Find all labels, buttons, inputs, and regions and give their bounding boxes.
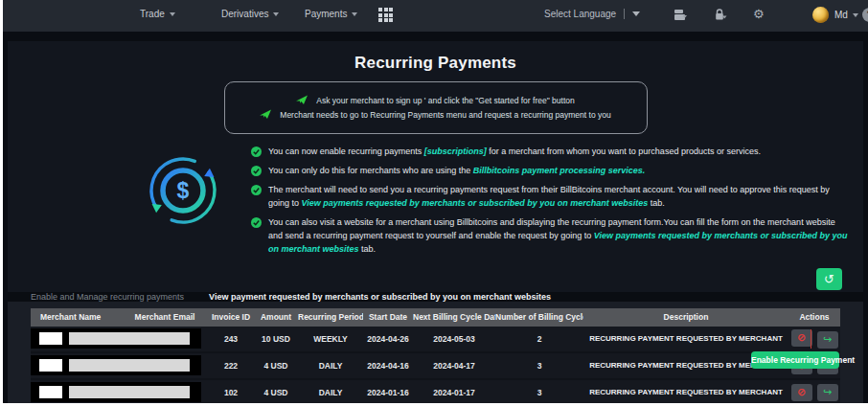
redaction-block bbox=[31, 355, 201, 375]
lock-icon[interactable] bbox=[714, 8, 727, 22]
period-cell: DAILY bbox=[298, 361, 363, 371]
signup-info-box: Ask your merchant to sign up ' and click… bbox=[224, 81, 648, 134]
bullet-item: You can now enable recurring payments [s… bbox=[251, 146, 852, 159]
bullet-item: The merchant will need to send you a rec… bbox=[251, 184, 852, 211]
content-section: $ You can now enable recurring payments … bbox=[8, 146, 863, 262]
paper-plane-icon bbox=[260, 109, 272, 120]
table-header-row: Merchant Name Merchant Email Invoice ID … bbox=[31, 308, 840, 327]
payment-services-link[interactable]: Billbitcoins payment processing services… bbox=[473, 166, 646, 175]
apps-grid-icon[interactable] bbox=[378, 8, 393, 22]
check-circle-icon bbox=[251, 166, 262, 176]
bullet-item: You can also visit a website for a merch… bbox=[251, 216, 852, 257]
chevron-down-icon bbox=[352, 12, 357, 16]
actions-cell: ⊘ ↪ bbox=[788, 384, 840, 401]
signup-step: Ask your merchant to sign up ' and click… bbox=[235, 95, 637, 105]
nav-item-payments[interactable]: Payments bbox=[305, 9, 357, 19]
start-date-cell: 2024-01-16 bbox=[363, 388, 413, 397]
check-circle-icon bbox=[251, 147, 262, 157]
amount-cell: 10 USD bbox=[254, 334, 298, 344]
bullet-text: tab. bbox=[648, 198, 665, 208]
tab-enable-manage[interactable]: Enable and Manage recurring payments bbox=[31, 292, 184, 302]
header-actions: Actions bbox=[788, 312, 840, 322]
top-navbar: Trade Derivatives Payments Select Langua… bbox=[3, 0, 868, 32]
nav-item-derivatives-label: Derivatives bbox=[221, 9, 268, 19]
subscriptions-link[interactable]: [subscriptions] bbox=[424, 147, 487, 156]
next-billing-cell: 2024-05-03 bbox=[413, 334, 495, 344]
period-cell: WEEKLY bbox=[298, 334, 363, 344]
next-billing-cell: 2024-01-17 bbox=[413, 388, 495, 397]
help-icon[interactable]: ? bbox=[862, 8, 868, 22]
invoice-id-cell: 222 bbox=[208, 361, 254, 371]
redaction-block bbox=[31, 328, 201, 349]
language-selector[interactable]: Select Language bbox=[544, 9, 640, 19]
header-invoice-id: Invoice ID bbox=[208, 312, 254, 322]
nav-item-trade-label: Trade bbox=[140, 9, 165, 19]
header-merchant-name: Merchant Name bbox=[31, 312, 122, 322]
paper-plane-icon bbox=[296, 95, 308, 105]
bullet-text: for a merchant from whom you want to pur… bbox=[487, 147, 761, 156]
merchant-redacted-cell bbox=[31, 355, 208, 375]
chevron-down-icon bbox=[273, 12, 279, 16]
header-description: Description bbox=[583, 312, 788, 322]
check-circle-icon bbox=[251, 185, 262, 195]
amount-cell: 4 USD bbox=[254, 361, 298, 371]
dollar-glyph: $ bbox=[177, 178, 190, 203]
header-next-billing: Next Billing Cycle Date bbox=[413, 312, 495, 322]
cycles-cell: 3 bbox=[495, 361, 583, 371]
reject-payment-button[interactable]: ⊘ bbox=[791, 329, 812, 347]
start-date-cell: 2024-04-26 bbox=[363, 334, 413, 344]
header-start-date: Start Date bbox=[363, 312, 413, 322]
page-title: Recurring Payments bbox=[8, 54, 863, 73]
forward-arrow-icon: ↪ bbox=[823, 386, 832, 398]
period-cell: DAILY bbox=[298, 388, 363, 397]
main-panel: Recurring Payments Ask your merchant to … bbox=[8, 41, 863, 403]
invoice-id-cell: 102 bbox=[208, 388, 254, 397]
next-billing-cell: 2024-04-17 bbox=[413, 361, 495, 371]
cancel-icon: ⊘ bbox=[797, 331, 806, 344]
chevron-down-icon bbox=[170, 12, 175, 16]
enable-recurring-payment-button[interactable]: ↪ bbox=[817, 384, 838, 401]
table-row: 222 4 USD DAILY 2024-04-16 2024-04-17 3 … bbox=[31, 353, 840, 380]
app-window: Trade Derivatives Payments Select Langua… bbox=[3, 0, 868, 403]
user-menu[interactable]: Md bbox=[834, 10, 858, 20]
toolbar: ↺ bbox=[8, 268, 863, 290]
cycles-cell: 3 bbox=[495, 388, 583, 397]
bullet-list: You can now enable recurring payments [s… bbox=[251, 146, 852, 262]
forward-arrow-icon: ↪ bbox=[823, 333, 832, 346]
refresh-icon: ↺ bbox=[824, 272, 834, 286]
redaction-block bbox=[31, 382, 201, 402]
nav-item-trade[interactable]: Trade bbox=[140, 9, 175, 19]
bullet-item: You can only do this for merchants who a… bbox=[251, 165, 852, 178]
browser-frame: Trade Derivatives Payments Select Langua… bbox=[0, 0, 868, 406]
nav-item-payments-label: Payments bbox=[305, 9, 347, 19]
header-merchant-email: Merchant Email bbox=[122, 312, 208, 322]
view-payments-link[interactable]: View payments requested by merchants or … bbox=[302, 198, 649, 208]
actions-cell: ⊘ ↪ bbox=[788, 329, 840, 349]
reject-payment-button[interactable]: ⊘ bbox=[791, 384, 812, 401]
table-row: 243 10 USD WEEKLY 2024-04-26 2024-05-03 … bbox=[31, 327, 840, 353]
merchant-redacted-cell bbox=[31, 328, 208, 349]
tab-bar: Enable and Manage recurring payments Vie… bbox=[8, 292, 863, 302]
tab-view-requested[interactable]: View payment requested by merchants or s… bbox=[209, 292, 551, 302]
amount-cell: 4 USD bbox=[254, 388, 298, 397]
cycles-cell: 2 bbox=[495, 334, 583, 344]
header-amount: Amount bbox=[254, 312, 298, 322]
check-circle-icon bbox=[251, 217, 262, 228]
signup-step-text: Merchant needs to go to Recurring Paymen… bbox=[280, 110, 610, 120]
refresh-button[interactable]: ↺ bbox=[816, 268, 842, 290]
bullet-text: You can now enable recurring payments bbox=[268, 147, 424, 156]
chevron-down-icon bbox=[632, 11, 640, 16]
header-recurring-period: Recurring Period bbox=[298, 312, 363, 322]
coin-avatar[interactable] bbox=[812, 7, 829, 23]
nav-item-derivatives[interactable]: Derivatives bbox=[221, 9, 279, 19]
enable-recurring-payment-button[interactable]: ↪ bbox=[817, 331, 838, 349]
bullet-text: tab. bbox=[359, 244, 377, 254]
signup-step-text: Ask your merchant to sign up ' and click… bbox=[316, 96, 574, 105]
payments-table: Merchant Name Merchant Email Invoice ID … bbox=[8, 302, 863, 403]
username-label: Md bbox=[834, 10, 848, 20]
settings-gear-icon[interactable]: ⚙ bbox=[753, 7, 765, 21]
invoice-id-cell: 243 bbox=[208, 334, 254, 344]
recurring-dollar-icon: $ bbox=[142, 146, 226, 262]
table-row: 102 4 USD DAILY 2024-01-16 2024-01-17 3 … bbox=[31, 380, 840, 403]
documents-icon[interactable] bbox=[674, 8, 687, 22]
